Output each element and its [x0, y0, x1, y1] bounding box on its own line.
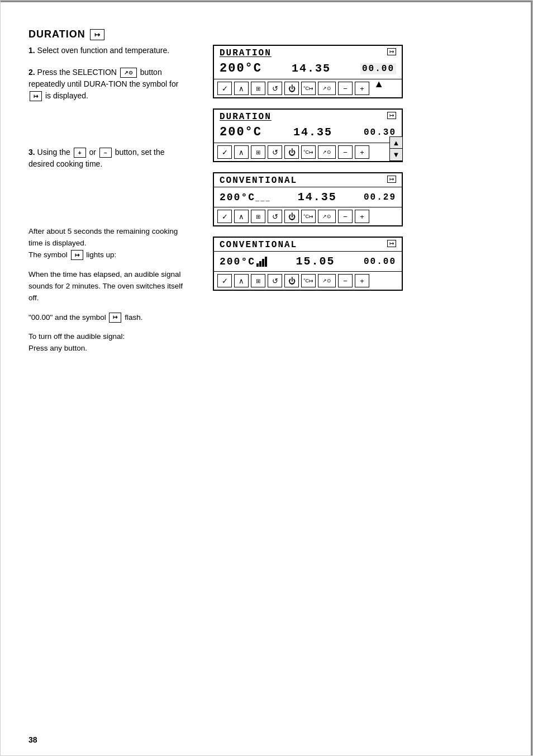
panel-3-btnrow: ✓ ∧ ⊞ ↺ ⏻ °C↦ ↗⊙ − + — [214, 207, 402, 225]
btn-plus-2[interactable]: + — [355, 145, 369, 159]
top-border — [1, 1, 532, 2]
note-4: To turn off the audible signal: Press an… — [28, 331, 191, 355]
btn-refresh-2[interactable]: ↺ — [268, 145, 282, 159]
arrow-up-indicator-1: ▲ — [374, 78, 384, 90]
btn-grid-1[interactable]: ⊞ — [251, 82, 265, 95]
btn-minus-2[interactable]: − — [338, 145, 353, 159]
panel-3-sym-box: ↦ — [387, 176, 396, 183]
step-1-text: 1. Select oven function and temperature. — [28, 45, 191, 56]
btn-celcius-4[interactable]: °C↦ — [301, 274, 316, 287]
panel-1-duration: 00.00 — [360, 63, 396, 74]
panel-4-values: 200°C 15.05 00.00 — [214, 252, 402, 271]
btn-check-4[interactable]: ✓ — [217, 274, 232, 287]
panel-2-sym-box: ↦ — [387, 112, 396, 119]
btn-minus-1[interactable]: − — [338, 82, 353, 95]
btn-check-3[interactable]: ✓ — [217, 210, 232, 223]
signal-bars — [256, 257, 267, 267]
panel-4-time: 15.05 — [296, 255, 335, 268]
panel-3-values: 200°C___ 14.35 00.29 — [214, 187, 402, 207]
note3-symbol: ↦ — [109, 313, 121, 323]
minus-icon: − — [99, 148, 112, 158]
side-arrows-2: ▲ ▼ — [389, 136, 403, 161]
btn-refresh-3[interactable]: ↺ — [268, 210, 282, 223]
bar1 — [256, 263, 259, 267]
btn-grid-3[interactable]: ⊞ — [251, 210, 265, 223]
panel-4-title: CONVENTIONAL — [220, 240, 297, 250]
arrow-up-btn-2[interactable]: ▲ — [389, 136, 403, 149]
btn-power-2[interactable]: ⏻ — [284, 145, 299, 159]
panel-3-temp: 200°C___ — [220, 192, 271, 203]
duration-header: DURATION ↦ — [28, 29, 505, 40]
right-border — [531, 1, 532, 755]
panel-1-sym-box: ↦ — [387, 48, 396, 55]
note-3: "00.00" and the symbol ↦ flash. — [28, 312, 191, 324]
btn-sel-2[interactable]: ↗⊙ — [318, 145, 336, 159]
note1-symbol: ↦ — [71, 250, 83, 260]
btn-minus-4[interactable]: − — [338, 274, 353, 287]
panel-3: CONVENTIONAL ↦ 200°C___ 14.35 00.29 ✓ ∧ … — [213, 172, 403, 226]
btn-power-1[interactable]: ⏻ — [284, 82, 299, 95]
btn-up-2[interactable]: ∧ — [234, 145, 249, 159]
panel-3-time: 14.35 — [298, 191, 337, 204]
note-1: After about 5 seconds the remaining cook… — [28, 226, 191, 261]
panel-2-title: DURATION — [220, 112, 272, 122]
btn-up-3[interactable]: ∧ — [234, 210, 249, 223]
btn-sel-4[interactable]: ↗⊙ — [318, 274, 336, 287]
panel-2-duration: 00.30 — [364, 127, 396, 138]
btn-sel-3[interactable]: ↗⊙ — [318, 210, 336, 223]
step-3-text: 3. Using the + or − button, set the desi… — [28, 147, 191, 170]
panel-4: CONVENTIONAL ↦ 200°C — [213, 237, 403, 291]
panel-1-values: 200°C 14.35 00.00 — [214, 58, 402, 79]
btn-refresh-1[interactable]: ↺ — [268, 82, 282, 95]
step-2-text: 2. Press the SELECTION ↗⊙ button repeate… — [28, 67, 191, 102]
btn-refresh-4[interactable]: ↺ — [268, 274, 282, 287]
panel-1-symbol-area: ↦ — [387, 48, 396, 55]
duration-title: DURATION — [28, 29, 85, 40]
btn-celcius-2[interactable]: °C↦ — [301, 145, 316, 159]
btn-grid-2[interactable]: ⊞ — [251, 145, 265, 159]
step-2-number: 2. — [28, 68, 35, 77]
panel-4-duration: 00.00 — [364, 257, 396, 267]
btn-sel-1[interactable]: ↗⊙ — [318, 82, 336, 95]
btn-power-3[interactable]: ⏻ — [284, 210, 299, 223]
arrow-dn-btn-2[interactable]: ▼ — [389, 149, 403, 161]
panel-3-title: CONVENTIONAL — [220, 176, 297, 186]
btn-minus-3[interactable]: − — [338, 210, 353, 223]
panel-4-header: CONVENTIONAL ↦ — [214, 238, 402, 252]
btn-up-1[interactable]: ∧ — [234, 82, 249, 95]
content: DURATION ↦ 1. Select oven function and t… — [28, 23, 505, 362]
selection-icon: ↗⊙ — [120, 68, 137, 78]
panel-1-time: 14.35 — [292, 62, 331, 75]
btn-grid-4[interactable]: ⊞ — [251, 274, 265, 287]
panel-4-sym-box: ↦ — [387, 240, 396, 247]
panel-4-temp: 200°C — [220, 256, 267, 267]
btn-plus-4[interactable]: + — [355, 274, 369, 287]
page: DURATION ↦ 1. Select oven function and t… — [0, 0, 533, 756]
btn-celcius-1[interactable]: °C↦ — [301, 82, 316, 95]
btn-up-4[interactable]: ∧ — [234, 274, 249, 287]
duration-inline-icon: ↦ — [30, 91, 42, 101]
step-3: 3. Using the + or − button, set the desi… — [28, 147, 191, 170]
btn-power-4[interactable]: ⏻ — [284, 274, 299, 287]
btn-check-1[interactable]: ✓ — [217, 82, 232, 95]
btn-plus-3[interactable]: + — [355, 210, 369, 223]
btn-plus-1[interactable]: + — [355, 82, 369, 95]
note-2: When the time has elapsed, an audible si… — [28, 269, 191, 304]
btn-celcius-3[interactable]: °C↦ — [301, 210, 316, 223]
panel-2-top: DURATION ↦ — [214, 110, 402, 122]
btn-check-2[interactable]: ✓ — [217, 145, 232, 159]
panel-4-btnrow: ✓ ∧ ⊞ ↺ ⏻ °C↦ ↗⊙ − + — [214, 271, 402, 290]
panel-1-temp: 200°C — [220, 62, 262, 75]
panel-1-btnrow: ✓ ∧ ⊞ ↺ ⏻ °C↦ ↗⊙ − + ▲ — [214, 79, 402, 97]
duration-symbol: ↦ — [90, 29, 104, 40]
panel-1-top: DURATION ↦ — [214, 46, 402, 58]
panel-2-btnrow: ✓ ∧ ⊞ ↺ ⏻ °C↦ ↗⊙ − + — [214, 143, 402, 161]
left-column: 1. Select oven function and temperature.… — [28, 45, 202, 362]
step-2: 2. Press the SELECTION ↗⊙ button repeate… — [28, 67, 191, 102]
panel-2: DURATION ↦ 200°C 14.35 00.30 ✓ ∧ ⊞ — [213, 108, 403, 162]
main-layout: 1. Select oven function and temperature.… — [28, 45, 505, 362]
panel-2-symbol-area: ↦ — [387, 112, 396, 119]
panel-1: DURATION ↦ 200°C 14.35 00.00 ✓ ∧ ⊞ — [213, 45, 403, 98]
panel-4-symbol-area: ↦ — [387, 240, 396, 247]
panel-3-symbol-area: ↦ — [387, 176, 396, 183]
